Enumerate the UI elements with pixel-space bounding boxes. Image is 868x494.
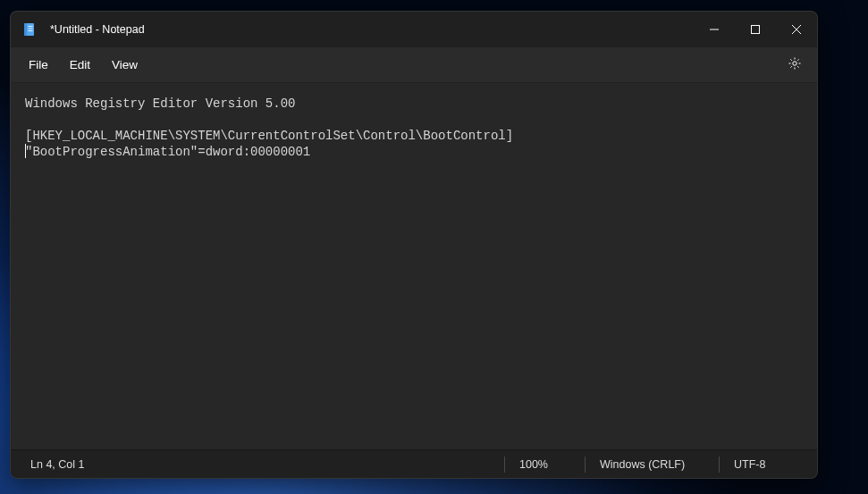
status-zoom[interactable]: 100%: [504, 456, 585, 473]
svg-rect-6: [752, 26, 760, 34]
editor-content: Windows Registry Editor Version 5.00 [HK…: [25, 96, 513, 159]
window-controls: [694, 12, 817, 47]
svg-rect-4: [29, 30, 33, 31]
menu-file[interactable]: File: [18, 53, 59, 77]
svg-rect-3: [29, 29, 33, 29]
text-editor[interactable]: Windows Registry Editor Version 5.00 [HK…: [11, 83, 817, 449]
close-button[interactable]: [776, 12, 817, 47]
notepad-app-icon: [21, 21, 38, 38]
menubar: File Edit View: [11, 47, 817, 83]
notepad-window: *Untitled - Notepad File Edit View: [10, 11, 818, 479]
gear-icon: [788, 56, 802, 73]
window-title: *Untitled - Notepad: [50, 23, 145, 36]
svg-rect-1: [24, 23, 27, 36]
settings-button[interactable]: [780, 52, 810, 79]
svg-point-7: [793, 62, 796, 65]
titlebar[interactable]: *Untitled - Notepad: [11, 12, 817, 47]
minimize-button[interactable]: [694, 12, 735, 47]
statusbar: Ln 4, Col 1 100% Windows (CRLF) UTF-8: [11, 449, 817, 478]
status-cursor-position: Ln 4, Col 1: [11, 458, 504, 471]
menu-edit[interactable]: Edit: [59, 53, 101, 77]
status-line-ending[interactable]: Windows (CRLF): [585, 456, 719, 473]
menu-view[interactable]: View: [101, 53, 148, 77]
svg-rect-2: [29, 26, 33, 27]
maximize-button[interactable]: [735, 12, 776, 47]
svg-rect-5: [710, 29, 719, 30]
text-cursor: [25, 144, 26, 158]
status-encoding[interactable]: UTF-8: [719, 456, 817, 473]
